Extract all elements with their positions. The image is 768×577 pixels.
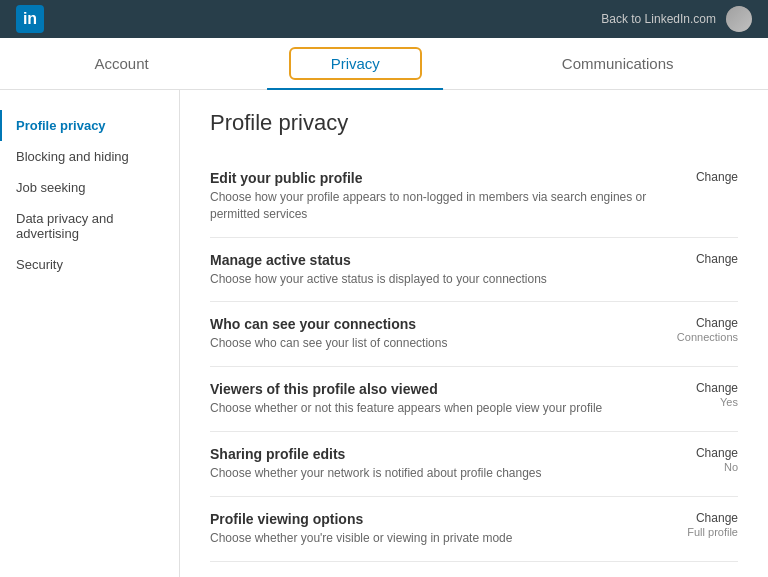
back-to-linkedin-link[interactable]: Back to LinkedIn.com — [601, 12, 716, 26]
change-link-sharing-profile-edits[interactable]: Change — [668, 446, 738, 460]
settings-item-title-edit-public-profile: Edit your public profile — [210, 170, 648, 186]
change-link-profile-viewing-options[interactable]: Change — [668, 511, 738, 525]
settings-item-right-sharing-profile-edits: ChangeNo — [668, 446, 738, 473]
content-area: Profile privacy Edit your public profile… — [180, 90, 768, 577]
main-layout: Profile privacy Blocking and hiding Job … — [0, 90, 768, 577]
settings-item-title-sharing-profile-edits: Sharing profile edits — [210, 446, 648, 462]
change-value-profile-viewing-options: Full profile — [668, 526, 738, 538]
top-bar-right: Back to LinkedIn.com — [601, 6, 752, 32]
settings-item-title-manage-active-status: Manage active status — [210, 252, 648, 268]
sidebar-item-blocking-hiding[interactable]: Blocking and hiding — [0, 141, 179, 172]
settings-item-edit-public-profile: Edit your public profileChoose how your … — [210, 156, 738, 238]
change-link-manage-active-status[interactable]: Change — [668, 252, 738, 266]
settings-item-manage-active-status: Manage active statusChoose how your acti… — [210, 238, 738, 303]
settings-item-right-profile-viewing-options: ChangeFull profile — [668, 511, 738, 538]
change-value-who-can-see-connections: Connections — [668, 331, 738, 343]
sidebar-item-data-privacy[interactable]: Data privacy and advertising — [0, 203, 179, 249]
settings-item-desc-profile-viewing-options: Choose whether you're visible or viewing… — [210, 530, 648, 547]
top-bar: in Back to LinkedIn.com — [0, 0, 768, 38]
settings-item-left-manage-active-status: Manage active statusChoose how your acti… — [210, 252, 668, 288]
change-link-viewers-also-viewed[interactable]: Change — [668, 381, 738, 395]
tab-account[interactable]: Account — [34, 38, 208, 90]
settings-list: Edit your public profileChoose how your … — [210, 156, 738, 577]
settings-item-title-profile-viewing-options: Profile viewing options — [210, 511, 648, 527]
change-value-sharing-profile-edits: No — [668, 461, 738, 473]
settings-item-desc-who-can-see-connections: Choose who can see your list of connecti… — [210, 335, 648, 352]
settings-item-left-edit-public-profile: Edit your public profileChoose how your … — [210, 170, 668, 223]
settings-item-left-who-can-see-connections: Who can see your connectionsChoose who c… — [210, 316, 668, 352]
linkedin-logo-icon: in — [16, 5, 44, 33]
settings-item-right-edit-public-profile: Change — [668, 170, 738, 184]
sidebar-item-security[interactable]: Security — [0, 249, 179, 280]
change-link-edit-public-profile[interactable]: Change — [668, 170, 738, 184]
settings-item-left-sharing-profile-edits: Sharing profile editsChoose whether your… — [210, 446, 668, 482]
settings-item-right-viewers-also-viewed: ChangeYes — [668, 381, 738, 408]
page-title: Profile privacy — [210, 110, 738, 136]
settings-item-left-viewers-also-viewed: Viewers of this profile also viewedChoos… — [210, 381, 668, 417]
settings-item-title-viewers-also-viewed: Viewers of this profile also viewed — [210, 381, 648, 397]
settings-item-desc-viewers-also-viewed: Choose whether or not this feature appea… — [210, 400, 648, 417]
change-value-viewers-also-viewed: Yes — [668, 396, 738, 408]
settings-item-left-profile-viewing-options: Profile viewing optionsChoose whether yo… — [210, 511, 668, 547]
sidebar-item-job-seeking[interactable]: Job seeking — [0, 172, 179, 203]
settings-item-desc-edit-public-profile: Choose how your profile appears to non-l… — [210, 189, 648, 223]
avatar-image — [726, 6, 752, 32]
settings-item-who-can-see-connections: Who can see your connectionsChoose who c… — [210, 302, 738, 367]
settings-item-title-who-can-see-connections: Who can see your connections — [210, 316, 648, 332]
sidebar-item-profile-privacy[interactable]: Profile privacy — [0, 110, 179, 141]
change-link-who-can-see-connections[interactable]: Change — [668, 316, 738, 330]
settings-item-right-manage-active-status: Change — [668, 252, 738, 266]
tab-privacy-highlight: Privacy — [289, 47, 422, 80]
settings-item-viewers-also-viewed: Viewers of this profile also viewedChoos… — [210, 367, 738, 432]
settings-item-sharing-profile-edits: Sharing profile editsChoose whether your… — [210, 432, 738, 497]
tab-privacy[interactable]: Privacy — [209, 38, 502, 90]
avatar[interactable] — [726, 6, 752, 32]
nav-tabs: Account Privacy Communications — [0, 38, 768, 90]
sidebar: Profile privacy Blocking and hiding Job … — [0, 90, 180, 577]
settings-item-profile-viewing-options: Profile viewing optionsChoose whether yo… — [210, 497, 738, 562]
settings-item-desc-sharing-profile-edits: Choose whether your network is notified … — [210, 465, 648, 482]
settings-item-right-who-can-see-connections: ChangeConnections — [668, 316, 738, 343]
tab-communications[interactable]: Communications — [502, 38, 734, 90]
settings-item-desc-manage-active-status: Choose how your active status is display… — [210, 271, 648, 288]
settings-item-notifying-connections: Notifying connections when you're in the… — [210, 562, 738, 577]
